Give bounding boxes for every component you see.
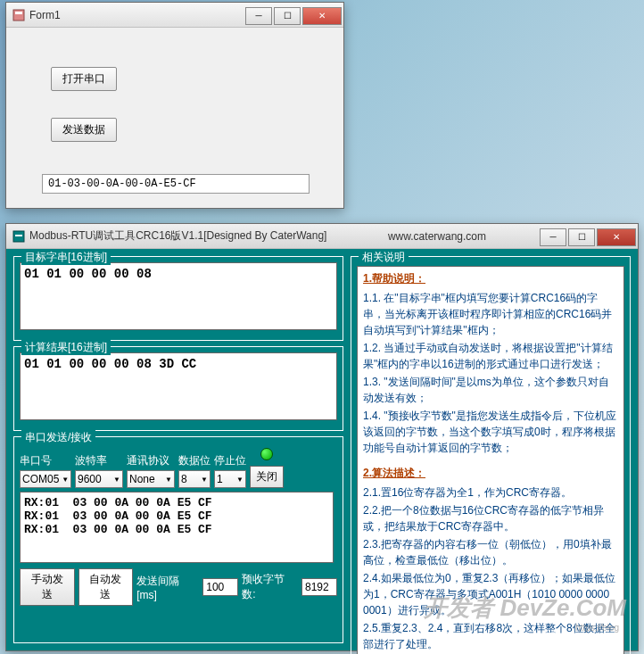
manual-send-button[interactable]: 手动发送: [20, 568, 75, 606]
help-line: 1.2. 当通过手动或自动发送时，将根据设置把"计算结果"框内的字串以16进制的…: [363, 340, 618, 372]
help-line: 1.3. "发送间隔时间"是以ms为单位，这个参数只对自动发送有效；: [363, 374, 618, 406]
modbus-title: Modbus-RTU调试工具CRC16版V1.1[Designed By Cat…: [29, 228, 388, 244]
help-line: 1.4. "预接收字节数"是指您发送生成指令后，下位机应该返回的字节数，当这个数…: [363, 408, 618, 456]
prebytes-input[interactable]: [301, 578, 337, 596]
chevron-down-icon: ▼: [113, 476, 120, 484]
description-fieldset: 相关说明 1.帮助说明： 1.1. 在"目标字串"框内填写您要计算CRC16码的…: [351, 256, 631, 654]
proto-combo[interactable]: None▼: [127, 470, 175, 488]
modbus-window: Modbus-RTU调试工具CRC16版V1.1[Designed By Cat…: [5, 223, 639, 651]
open-serial-button[interactable]: 打开串口: [51, 67, 117, 91]
help-line: 1.1. 在"目标字串"框内填写您要计算CRC16码的字串，当光标离开该框时程序…: [363, 290, 618, 338]
svg-rect-0: [13, 10, 24, 21]
modbus-url: www.caterwang.com: [388, 230, 486, 243]
algo-line: 2.1.置16位寄存器为全1，作为CRC寄存器。: [363, 484, 618, 501]
serial-legend: 串口发送/接收: [21, 430, 95, 445]
algo-line: 2.2.把一个8位数据与16位CRC寄存器的低字节相异或，把结果放于CRC寄存器…: [363, 502, 618, 534]
status-led-icon: [260, 448, 273, 460]
chevron-down-icon: ▼: [236, 476, 244, 484]
baud-label: 波特率: [75, 453, 123, 468]
description-legend: 相关说明: [359, 250, 409, 265]
app-icon: [12, 8, 26, 22]
target-legend: 目标字串[16进制]: [21, 250, 111, 265]
interval-input[interactable]: [202, 578, 238, 596]
databits-combo[interactable]: 8▼: [178, 470, 211, 488]
form1-window: Form1 ─ ☐ ✕ 打开串口 发送数据: [5, 2, 344, 209]
result-textarea[interactable]: 01 01 00 00 00 08 3D CC: [20, 352, 337, 420]
close-button[interactable]: ✕: [597, 228, 636, 246]
help-section-title: 1.帮助说明：: [363, 270, 618, 286]
close-button[interactable]: ✕: [302, 7, 342, 25]
target-textarea[interactable]: 01 01 00 00 00 08: [20, 262, 337, 330]
send-data-button[interactable]: 发送数据: [51, 118, 117, 142]
svg-rect-3: [15, 235, 22, 236]
output-field[interactable]: [42, 174, 310, 194]
minimize-button[interactable]: ─: [540, 228, 566, 246]
chevron-down-icon: ▼: [165, 476, 172, 484]
algo-line: 2.3.把寄存器的内容右移一位（朝低位），用0填补最高位，检查最低位（移出位）。: [363, 536, 618, 568]
algo-line: 2.4.如果最低位为0，重复2.3（再移位）；如果最低位为1，CRC寄存器与多项…: [363, 570, 618, 618]
svg-rect-1: [15, 12, 22, 14]
result-fieldset: 计算结果[16进制] 01 01 00 00 00 08 3D CC: [13, 346, 343, 431]
form1-titlebar[interactable]: Form1 ─ ☐ ✕: [6, 3, 343, 28]
maximize-button[interactable]: ☐: [274, 7, 301, 25]
close-serial-button[interactable]: 关闭: [250, 466, 284, 488]
modbus-titlebar[interactable]: Modbus-RTU调试工具CRC16版V1.1[Designed By Cat…: [6, 224, 638, 249]
stopbits-combo[interactable]: 1▼: [214, 470, 246, 488]
algo-line: 2.5.重复2.3、2.4，直到右移8次，这样整个8位数据全部进行了处理。: [363, 620, 618, 652]
target-fieldset: 目标字串[16进制] 01 01 00 00 00 08: [13, 256, 343, 341]
databits-label: 数据位: [178, 453, 211, 468]
chevron-down-icon: ▼: [201, 476, 208, 484]
form1-body: 打开串口 发送数据: [6, 28, 343, 208]
serial-fieldset: 串口发送/接收 串口号 COM05▼ 波特率 9600▼ 通讯协议 None▼: [13, 436, 343, 643]
app-icon: [12, 229, 26, 244]
result-legend: 计算结果[16进制]: [21, 340, 111, 355]
algo-section-title: 2.算法描述：: [363, 465, 618, 481]
rx-log[interactable]: RX:01 03 00 0A 00 0A E5 CF RX:01 03 00 0…: [20, 492, 334, 563]
form1-title: Form1: [29, 9, 245, 21]
auto-send-button[interactable]: 自动发送: [78, 568, 134, 606]
maximize-button[interactable]: ☐: [568, 228, 595, 246]
interval-label: 发送间隔[ms]: [136, 574, 199, 601]
minimize-button[interactable]: ─: [245, 7, 272, 25]
port-label: 串口号: [20, 453, 71, 468]
stopbits-label: 停止位: [214, 453, 246, 468]
prebytes-label: 预收字节数:: [242, 572, 298, 602]
baud-combo[interactable]: 9600▼: [75, 470, 123, 488]
modbus-body: 目标字串[16进制] 01 01 00 00 00 08 计算结果[16进制] …: [6, 249, 638, 650]
port-combo[interactable]: COM05▼: [20, 470, 71, 488]
chevron-down-icon: ▼: [62, 476, 69, 484]
proto-label: 通讯协议: [127, 453, 175, 468]
description-text[interactable]: 1.帮助说明： 1.1. 在"目标字串"框内填写您要计算CRC16码的字串，当光…: [357, 266, 624, 654]
